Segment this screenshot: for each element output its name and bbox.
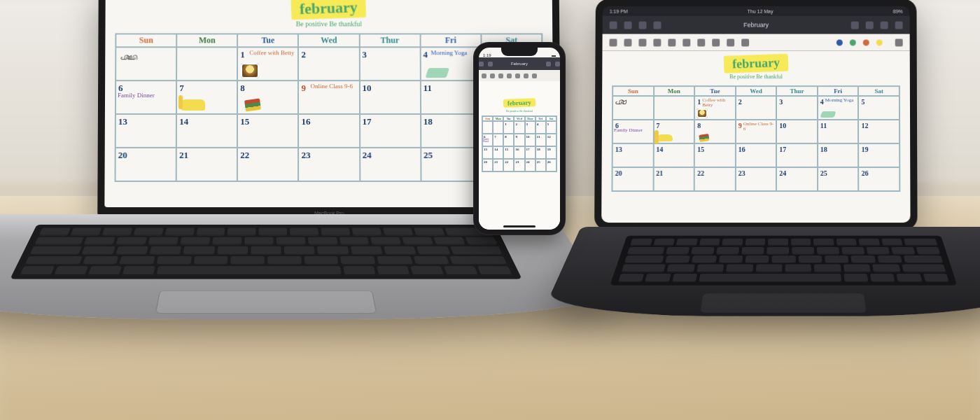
calendar-cell[interactable] [654, 96, 695, 120]
calendar-cell[interactable]: 21 [653, 167, 694, 191]
calendar-cell[interactable]: 13 [482, 146, 493, 159]
undo-icon[interactable] [851, 21, 859, 29]
calendar-cell[interactable]: 4 Morning Yoga [818, 96, 859, 120]
calendar-cell[interactable]: 14 [493, 146, 503, 159]
calendar-cell[interactable]: 13 [115, 114, 176, 148]
image-icon[interactable] [532, 74, 537, 78]
ipad-keyboard[interactable] [610, 236, 957, 286]
calendar-cell[interactable]: 16 [514, 146, 524, 159]
ipad-trackpad[interactable] [700, 293, 866, 313]
calendar-cell[interactable]: 7 [493, 134, 503, 146]
calendar-cell[interactable]: 2 [514, 121, 524, 134]
calendar-cell[interactable]: 10 [525, 134, 536, 146]
calendar-cell[interactable]: 25 [818, 167, 859, 191]
macbook-keyboard[interactable] [10, 225, 522, 279]
eraser-icon[interactable] [653, 38, 661, 46]
calendar-cell[interactable]: 13 [612, 144, 654, 167]
color-swatch[interactable] [863, 39, 869, 46]
calendar-cell[interactable]: 11 [421, 80, 482, 114]
pen-icon[interactable] [482, 74, 486, 78]
document-title[interactable]: February [497, 62, 542, 66]
link-icon[interactable] [727, 38, 734, 46]
calendar-cell[interactable]: 7 [176, 80, 237, 114]
calendar-cell[interactable]: 8 [503, 134, 514, 146]
lasso-icon[interactable] [515, 74, 520, 78]
calendar-cell[interactable]: 17 [525, 146, 536, 159]
calendar-cell[interactable]: 20 [115, 148, 176, 181]
text-icon[interactable] [697, 38, 705, 46]
more-icon[interactable] [555, 62, 560, 66]
calendar-cell[interactable]: 26 [546, 159, 556, 172]
iphone-canvas[interactable]: february Be positive Be thankful Sun Mon… [479, 81, 560, 230]
calendar-cell[interactable]: 7 [653, 120, 694, 144]
shapes-icon[interactable] [741, 38, 749, 46]
calendar-cell[interactable]: 1 [503, 121, 514, 134]
calendar-cell[interactable]: 23 [736, 167, 777, 191]
calendar-cell[interactable]: 24 [525, 159, 536, 172]
calendar-cell[interactable]: 22 [694, 167, 736, 191]
eraser-icon[interactable] [507, 74, 512, 78]
calendar-cell[interactable]: 3 [776, 96, 818, 120]
calendar-cell[interactable]: 6 Family Dinner [482, 134, 493, 146]
calendar-cell[interactable]: 26 [859, 167, 900, 191]
calendar-cell[interactable]: 4 Morning Yoga [420, 47, 481, 80]
calendar-cell[interactable]: 16 [736, 144, 777, 167]
calendar-cell[interactable]: 9 Online Class 9-6 [736, 120, 777, 144]
calendar-cell[interactable]: 21 [493, 159, 503, 172]
close-icon[interactable] [881, 21, 888, 29]
calendar-cell[interactable]: 15 [237, 114, 298, 148]
calendar-cell[interactable]: 8 [694, 120, 736, 144]
calendar-cell[interactable]: 22 [237, 148, 298, 181]
calendar-cell[interactable]: 17 [360, 114, 421, 148]
back-icon[interactable] [479, 62, 484, 66]
undo-icon[interactable] [546, 62, 551, 66]
calendar-cell[interactable]: 5 [858, 96, 899, 120]
color-swatch[interactable] [850, 39, 856, 46]
bookmark-icon[interactable] [639, 21, 647, 29]
text-icon[interactable] [524, 74, 528, 78]
calendar-cell[interactable]: 4 [536, 121, 546, 134]
calendar-cell[interactable]: 19 [546, 146, 556, 159]
calendar-cell[interactable]: 12 [546, 134, 556, 146]
image-icon[interactable] [712, 38, 720, 46]
calendar-cell[interactable] [482, 121, 493, 134]
calendar-cell[interactable]: 22 [503, 159, 514, 172]
calendar-cell[interactable]: 18 [818, 144, 859, 167]
share-icon[interactable] [653, 21, 661, 29]
calendar-cell[interactable]: 11 [536, 134, 546, 146]
calendar-cell[interactable]: 20 [482, 159, 493, 172]
calendar-cell[interactable]: 17 [776, 144, 818, 167]
calendar-cell[interactable]: 5 [546, 121, 556, 134]
lasso-icon[interactable] [668, 38, 676, 46]
calendar-cell[interactable]: 14 [653, 144, 694, 167]
calendar-cell[interactable]: 3 [525, 121, 536, 134]
color-swatch[interactable] [876, 39, 883, 46]
calendar-cell[interactable]: 3 [359, 47, 420, 80]
calendar-cell[interactable]: 23 [298, 148, 359, 181]
calendar-cell[interactable]: ᓚᘏᗢ [612, 96, 654, 120]
grid-icon[interactable] [624, 21, 632, 29]
comment-icon[interactable] [682, 38, 690, 46]
calendar-cell[interactable]: 2 [736, 96, 777, 120]
calendar-cell[interactable]: 8 [237, 80, 298, 114]
calendar-cell[interactable]: 6 Family Dinner [115, 80, 176, 114]
document-title[interactable]: February [668, 22, 844, 29]
calendar-cell[interactable]: 9 Online Class 9-6 [298, 80, 359, 114]
calendar-cell[interactable]: 9 [514, 134, 524, 146]
calendar-cell[interactable]: 25 [536, 159, 546, 172]
calendar-cell[interactable]: 19 [859, 144, 900, 167]
calendar-cell[interactable]: ᓚᘏᗢ ᓚᘏ [115, 47, 176, 80]
calendar-cell[interactable]: 20 [612, 167, 653, 191]
ipad-canvas[interactable]: february Be positive Be thankful Sun Mon… [601, 50, 910, 223]
calendar-cell[interactable]: 2 [298, 47, 359, 80]
calendar-cell[interactable]: 6 Family Dinner [612, 120, 654, 144]
macbook-trackpad[interactable] [155, 290, 377, 314]
calendar-cell[interactable]: 24 [776, 167, 818, 191]
calendar-cell[interactable]: 16 [298, 114, 359, 148]
calendar-cell[interactable] [493, 121, 503, 134]
calendar-cell[interactable]: 10 [359, 80, 420, 114]
calendar-cell[interactable]: 10 [776, 120, 818, 144]
pencil-icon[interactable] [490, 74, 495, 78]
more-icon[interactable] [895, 21, 903, 29]
back-icon[interactable] [610, 21, 617, 29]
